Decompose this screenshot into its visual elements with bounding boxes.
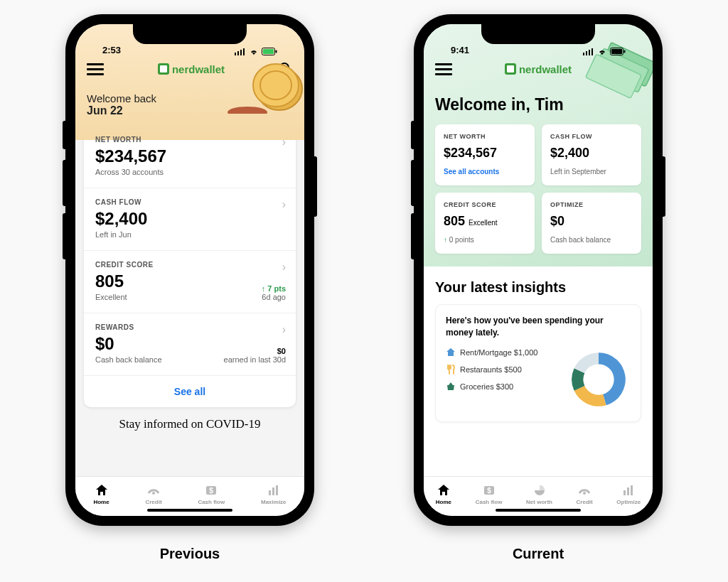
pie-icon bbox=[532, 483, 547, 497]
tile-cash-flow[interactable]: CASH FLOW $2,400 Left in September bbox=[542, 124, 641, 185]
gauge-icon bbox=[146, 483, 161, 497]
caption-current: Current bbox=[513, 546, 564, 562]
svg-rect-17 bbox=[272, 487, 274, 495]
svg-rect-19 bbox=[583, 53, 584, 55]
home-icon bbox=[95, 483, 109, 497]
tab-cash-flow[interactable]: $ Cash flow bbox=[476, 483, 503, 505]
signal-icon bbox=[235, 48, 246, 55]
phone-frame-current: 9:41 nerdwallet bbox=[414, 14, 663, 526]
header-current: 9:41 nerdwallet bbox=[424, 24, 653, 266]
tab-maximize[interactable]: Maximize bbox=[261, 483, 287, 505]
svg-rect-2 bbox=[240, 50, 242, 55]
tab-optimize[interactable]: Optimize bbox=[616, 483, 641, 505]
signal-icon bbox=[583, 48, 594, 55]
insights-title: Your latest insights bbox=[435, 279, 641, 296]
svg-rect-21 bbox=[589, 50, 590, 55]
menu-icon[interactable] bbox=[435, 63, 452, 75]
chevron-right-icon: › bbox=[282, 136, 286, 149]
chevron-right-icon: › bbox=[282, 323, 286, 336]
dollar-icon: $ bbox=[482, 483, 496, 497]
svg-point-12 bbox=[228, 107, 267, 114]
svg-point-31 bbox=[583, 492, 586, 495]
tab-credit[interactable]: Credit bbox=[145, 483, 161, 505]
tab-net-worth[interactable]: Net worth bbox=[526, 483, 552, 505]
legend-groceries: Groceries $300 bbox=[446, 382, 557, 392]
spending-legend: Rent/Mortgage $1,000 Restaraunts $500 Gr… bbox=[446, 347, 557, 392]
basket-icon bbox=[446, 382, 456, 392]
wifi-icon bbox=[249, 48, 259, 55]
net-worth-row[interactable]: › NET WORTH $234,567 Across 30 accounts bbox=[84, 126, 296, 188]
covid-banner[interactable]: Stay informed on COVID-19 bbox=[84, 417, 296, 431]
status-time: 2:53 bbox=[102, 45, 121, 55]
chevron-right-icon: › bbox=[282, 261, 286, 274]
house-icon bbox=[446, 347, 456, 357]
legend-restaurants: Restaraunts $500 bbox=[446, 365, 557, 374]
svg-rect-16 bbox=[269, 490, 271, 495]
svg-text:$: $ bbox=[210, 487, 214, 495]
svg-rect-0 bbox=[235, 53, 236, 55]
svg-rect-34 bbox=[631, 485, 633, 495]
legend-rent: Rent/Mortgage $1,000 bbox=[446, 347, 557, 357]
svg-rect-25 bbox=[624, 50, 626, 53]
status-icons bbox=[235, 48, 277, 55]
arrow-up-icon: ↑ bbox=[444, 236, 447, 244]
tab-home[interactable]: Home bbox=[436, 483, 451, 505]
gauge-icon bbox=[577, 483, 592, 497]
see-all-link[interactable]: See all bbox=[84, 376, 296, 407]
svg-rect-3 bbox=[243, 48, 245, 55]
battery-icon bbox=[610, 48, 626, 55]
tab-cash-flow[interactable]: $ Cash flow bbox=[198, 483, 225, 505]
chevron-right-icon: › bbox=[282, 198, 286, 211]
svg-rect-33 bbox=[627, 487, 629, 495]
battery-icon bbox=[262, 48, 277, 55]
fork-icon bbox=[446, 365, 456, 374]
tile-credit-score[interactable]: CREDIT SCORE 805 Excellent ↑ 0 points bbox=[435, 193, 535, 254]
status-time: 9:41 bbox=[451, 45, 469, 55]
svg-rect-32 bbox=[623, 490, 626, 495]
dollar-icon: $ bbox=[204, 483, 218, 497]
menu-icon[interactable] bbox=[87, 63, 104, 75]
brand-logo[interactable]: nerdwallet bbox=[158, 63, 225, 75]
svg-rect-6 bbox=[276, 50, 277, 53]
spending-donut-chart bbox=[567, 347, 631, 411]
home-icon bbox=[437, 483, 451, 497]
credit-score-row[interactable]: › CREDIT SCORE 805 Excellent ↑ 7 pts 6d … bbox=[84, 251, 296, 313]
bars-icon bbox=[267, 483, 281, 497]
tab-credit[interactable]: Credit bbox=[577, 483, 593, 505]
see-all-accounts-link[interactable]: See all accounts bbox=[444, 168, 526, 176]
tile-net-worth[interactable]: NET WORTH $234,567 See all accounts bbox=[435, 124, 535, 185]
tab-home[interactable]: Home bbox=[93, 483, 109, 505]
wifi-icon bbox=[597, 48, 607, 55]
svg-rect-1 bbox=[237, 51, 239, 55]
svg-text:$: $ bbox=[487, 487, 491, 495]
svg-rect-18 bbox=[276, 485, 278, 495]
svg-point-13 bbox=[152, 492, 155, 495]
cash-flow-row[interactable]: › CASH FLOW $2,400 Left in Jun bbox=[84, 188, 296, 251]
tile-optimize[interactable]: OPTIMIZE $0 Cash back balance bbox=[542, 193, 641, 254]
brand-logo[interactable]: nerdwallet bbox=[505, 63, 572, 75]
svg-rect-22 bbox=[592, 48, 593, 55]
phone-frame-previous: 2:53 nerdwallet bbox=[65, 14, 314, 526]
insight-card-spending[interactable]: Here's how you've been spending your mon… bbox=[435, 304, 641, 422]
rewards-row[interactable]: › REWARDS $0 Cash back balance $0 earned… bbox=[84, 313, 296, 376]
summary-card-stack: › NET WORTH $234,567 Across 30 accounts … bbox=[84, 126, 296, 407]
coins-illustration bbox=[226, 50, 304, 114]
svg-rect-5 bbox=[263, 49, 274, 54]
svg-rect-24 bbox=[611, 49, 622, 54]
status-icons bbox=[583, 48, 626, 55]
caption-previous: Previous bbox=[160, 546, 220, 562]
svg-rect-20 bbox=[586, 51, 587, 55]
bars-icon bbox=[621, 483, 636, 497]
